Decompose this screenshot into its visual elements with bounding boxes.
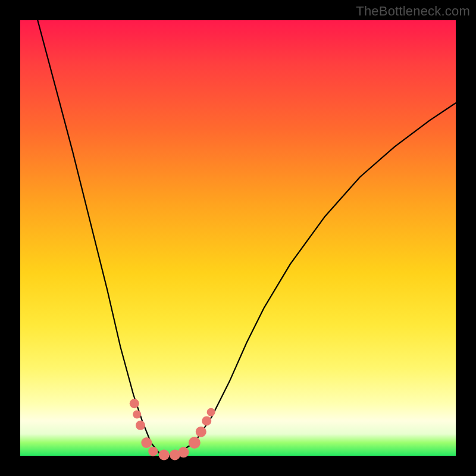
highlight-marker	[207, 408, 215, 416]
watermark-text: TheBottleneck.com	[356, 4, 470, 19]
chart-frame: TheBottleneck.com	[0, 0, 476, 476]
highlight-marker	[196, 427, 206, 437]
marker-group	[130, 399, 215, 460]
highlight-marker	[130, 399, 139, 408]
highlight-marker	[178, 447, 189, 458]
plot-area	[20, 20, 456, 456]
bottleneck-curve	[37, 20, 456, 456]
curve-layer	[20, 20, 456, 456]
highlight-marker	[202, 416, 211, 425]
highlight-marker	[136, 421, 145, 430]
highlight-marker	[148, 447, 158, 456]
highlight-marker	[133, 411, 141, 419]
highlight-marker	[141, 437, 152, 448]
highlight-marker	[159, 450, 170, 461]
highlight-marker	[189, 437, 201, 449]
